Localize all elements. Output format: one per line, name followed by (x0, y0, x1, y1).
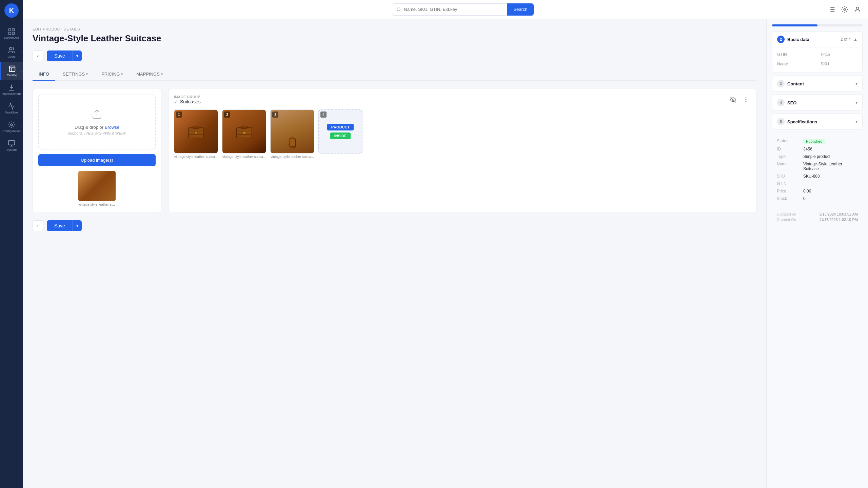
search-button[interactable]: Search (507, 3, 533, 16)
suitcase-svg-1 (186, 121, 206, 142)
section-seo: 4 SEO ▾ (772, 95, 863, 111)
page-content: EDIT PRODUCT DETAILS Vintage-Style Leath… (23, 19, 766, 488)
sidebar-item-system[interactable]: System (0, 136, 23, 155)
meta-section: Status Published ID 3456 Type Simple pro… (772, 133, 863, 207)
created-on-value: 11/17/2023 1:02:10 PM (819, 218, 858, 222)
sidebar-item-users[interactable]: Users › (0, 43, 23, 62)
tab-settings[interactable]: SETTINGS ▾ (57, 68, 94, 81)
list-icon[interactable] (828, 6, 835, 13)
meta-id-value: 3456 (803, 147, 812, 151)
bottom-actions: ‹ Save ▾ (33, 220, 757, 231)
save-dropdown-button-bottom[interactable]: ▾ (73, 220, 82, 231)
tag-inside: INSIDE (330, 133, 351, 139)
progress-bar (772, 24, 863, 26)
settings-icon[interactable] (841, 6, 848, 13)
section-basic-data-header[interactable]: 2 Basic data 2 of 4 ▲ (772, 32, 862, 47)
svg-point-8 (397, 7, 400, 11)
save-button-group: Save ▾ (47, 50, 82, 61)
tab-mappings[interactable]: MAPPINGS ▾ (130, 68, 169, 81)
meta-price: Price 0.00 (777, 187, 858, 195)
sidebar-item-workflow[interactable]: Workflow (0, 99, 23, 118)
image-group-label: IMAGE GROUP (174, 95, 201, 99)
chevron-down-icon-specs: ▾ (855, 119, 857, 124)
meta-id: ID 3456 (777, 145, 858, 153)
save-button-bottom[interactable]: Save (47, 220, 73, 231)
section-seo-title: SEO (787, 100, 796, 105)
suitcase-svg-2 (234, 121, 254, 142)
chevron-up-icon: ▲ (853, 37, 857, 42)
svg-point-19 (746, 98, 746, 98)
svg-rect-1 (12, 29, 14, 31)
save-dropdown-button[interactable]: ▾ (73, 50, 82, 61)
tabs: INFO SETTINGS ▾ PRICING ▾ MAPPINGS ▾ (33, 68, 757, 81)
topbar: Search (23, 0, 868, 19)
sidebar-item-catalog[interactable]: Catalog › (0, 62, 23, 80)
section-content-header[interactable]: 3 Content ▾ (772, 76, 862, 92)
meta-sku-value: SKU-888 (803, 174, 820, 179)
section-basic-data-content: GTIN Price Name SKU (772, 47, 862, 73)
svg-point-20 (746, 99, 746, 100)
sidebar-item-configuration[interactable]: Configuration › (0, 118, 23, 136)
sidebar-item-workflow-label: Workflow (5, 111, 18, 114)
field-name: Name (777, 60, 814, 68)
app-logo[interactable]: K (4, 3, 19, 18)
sidebar-item-system-label: System (6, 148, 17, 151)
visibility-toggle-button[interactable] (728, 95, 738, 105)
topbar-icons (828, 6, 861, 13)
sidebar-item-import-exports[interactable]: Import/Exports › (0, 80, 23, 99)
upload-button[interactable]: Upload image(s) (38, 154, 156, 166)
search-input[interactable] (404, 7, 503, 12)
section-specs-header[interactable]: 5 Specifications ▾ (772, 114, 862, 129)
section-specifications: 5 Specifications ▾ (772, 114, 863, 130)
image-item-2: 2 vintage-style-leather-suitca... (222, 109, 266, 159)
status-badge: Published (803, 139, 825, 144)
back-button-bottom[interactable]: ‹ (33, 220, 43, 231)
check-icon: ✓ (174, 99, 178, 104)
image-num-4: 4 (320, 111, 327, 118)
sidebar-item-config-label: Configuration (2, 129, 21, 133)
eye-off-icon (730, 97, 736, 103)
image-num-3: 3 (272, 111, 278, 118)
svg-rect-28 (241, 126, 247, 129)
sidebar: K Dashboard Users › Catalog › Import/Exp… (0, 0, 23, 488)
meta-stock-value: 0 (803, 196, 806, 201)
section-content-title: Content (787, 81, 804, 86)
more-options-button[interactable] (741, 95, 751, 105)
image-group-title: ✓ Suitcases (174, 99, 201, 104)
drop-icon (46, 109, 148, 122)
timestamps: Updated on 3/13/2024 10:01:52 AM Created… (772, 207, 863, 224)
meta-type: Type Simple product (777, 153, 858, 160)
user-icon[interactable] (854, 6, 861, 13)
ts-updated: Updated on 3/13/2024 10:01:52 AM (777, 211, 858, 217)
image-group-panel: IMAGE GROUP ✓ Suitcases (168, 89, 757, 212)
thumbnail-label: vintage-style-leather-su... (78, 203, 116, 206)
tab-info[interactable]: INFO (33, 68, 55, 81)
thumbnail-preview: vintage-style-leather-su... (38, 171, 156, 206)
image-item-1: 1 vintage-style-leather-suitca... (174, 109, 218, 159)
image-group-header: IMAGE GROUP ✓ Suitcases (174, 95, 751, 105)
workflow-icon (8, 102, 15, 110)
config-icon (8, 121, 15, 128)
content-area: EDIT PRODUCT DETAILS Vintage-Style Leath… (23, 19, 868, 488)
svg-rect-7 (8, 141, 15, 145)
progress-bar-fill (772, 24, 817, 26)
svg-rect-35 (291, 137, 294, 139)
search-icon (396, 7, 401, 12)
drop-text: Drag & drop or Browse (46, 125, 148, 130)
image-num-2: 2 (224, 111, 230, 118)
svg-rect-0 (9, 29, 11, 31)
sidebar-item-dashboard[interactable]: Dashboard (0, 24, 23, 43)
image-num-1: 1 (176, 111, 182, 118)
image-label-2: vintage-style-leather-suitca... (222, 155, 266, 159)
back-button[interactable]: ‹ (33, 50, 43, 61)
tab-pricing[interactable]: PRICING ▾ (95, 68, 129, 81)
save-button[interactable]: Save (47, 50, 73, 61)
svg-rect-31 (243, 132, 246, 134)
section-seo-header[interactable]: 4 SEO ▾ (772, 95, 862, 110)
svg-rect-3 (12, 32, 14, 34)
browse-link[interactable]: Browse (105, 125, 119, 130)
svg-rect-23 (193, 126, 199, 129)
drop-zone[interactable]: Drag & drop or Browse Supports JPEG JPG … (38, 95, 156, 149)
system-icon (8, 140, 15, 147)
image-label-1: vintage-style-leather-suitca... (174, 155, 218, 159)
